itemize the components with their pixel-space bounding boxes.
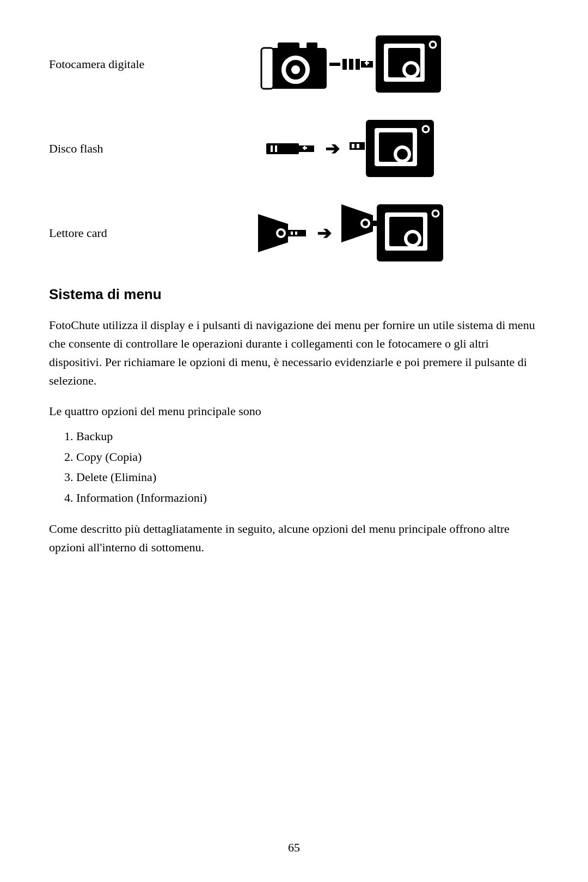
svg-point-6 xyxy=(291,65,300,74)
list-item: Delete (Elimina) xyxy=(76,467,539,487)
menu-list-intro: Le quattro opzioni del menu principale s… xyxy=(49,402,539,421)
svg-rect-13 xyxy=(366,61,367,65)
svg-rect-2 xyxy=(307,42,317,49)
page: Fotocamera digitale xyxy=(0,0,588,882)
visual-fotocamera xyxy=(163,33,539,95)
cable-connector xyxy=(329,53,373,75)
fotocamera-destination xyxy=(373,33,444,95)
svg-point-36 xyxy=(424,127,428,131)
svg-point-34 xyxy=(397,149,408,160)
svg-rect-28 xyxy=(352,144,354,148)
svg-rect-42 xyxy=(295,232,297,235)
svg-rect-9 xyxy=(349,59,353,70)
svg-rect-10 xyxy=(356,59,360,70)
diagram-disco: Disco flash ➔ xyxy=(49,117,539,180)
diagram-lettore: Lettore card ➔ xyxy=(49,202,539,264)
paragraph2: Come descritto più dettagliatamente in s… xyxy=(49,520,539,557)
svg-rect-7 xyxy=(329,63,340,66)
svg-point-20 xyxy=(431,42,435,47)
svg-rect-3 xyxy=(261,48,273,89)
paragraph1: FotoChute utilizza il display e i pulsan… xyxy=(49,316,539,390)
list-item: Information (Informazioni) xyxy=(76,488,539,508)
svg-rect-26 xyxy=(304,146,305,150)
page-number: 65 xyxy=(288,841,300,855)
diagrams-block: Fotocamera digitale xyxy=(49,33,539,264)
svg-rect-24 xyxy=(275,145,277,152)
svg-rect-29 xyxy=(357,144,359,148)
flash-disk-source xyxy=(266,138,315,160)
svg-point-18 xyxy=(406,64,416,75)
svg-point-51 xyxy=(407,233,418,244)
svg-rect-8 xyxy=(342,59,347,70)
card-reader-source xyxy=(258,214,307,252)
visual-disco: ➔ xyxy=(163,117,539,180)
svg-rect-23 xyxy=(271,145,273,152)
diagram-fotocamera: Fotocamera digitale xyxy=(49,33,539,95)
svg-rect-1 xyxy=(278,42,299,52)
svg-point-45 xyxy=(363,221,368,226)
arrow-lettore: ➔ xyxy=(317,223,332,244)
label-fotocamera: Fotocamera digitale xyxy=(49,57,163,71)
arrow-disco: ➔ xyxy=(325,138,340,159)
list-item: Backup xyxy=(76,426,539,446)
svg-point-53 xyxy=(433,211,438,216)
label-disco: Disco flash xyxy=(49,142,163,156)
section-title: Sistema di menu xyxy=(49,286,539,303)
lettore-destination xyxy=(341,202,445,264)
svg-point-39 xyxy=(278,230,284,236)
svg-rect-41 xyxy=(291,232,293,235)
label-lettore: Lettore card xyxy=(49,226,163,240)
camera-icon xyxy=(259,37,329,92)
menu-section: Sistema di menu FotoChute utilizza il di… xyxy=(49,286,539,557)
disco-destination xyxy=(350,117,437,180)
menu-options-list: Backup Copy (Copia) Delete (Elimina) Inf… xyxy=(76,426,539,508)
visual-lettore: ➔ xyxy=(163,202,539,264)
list-item: Copy (Copia) xyxy=(76,447,539,467)
